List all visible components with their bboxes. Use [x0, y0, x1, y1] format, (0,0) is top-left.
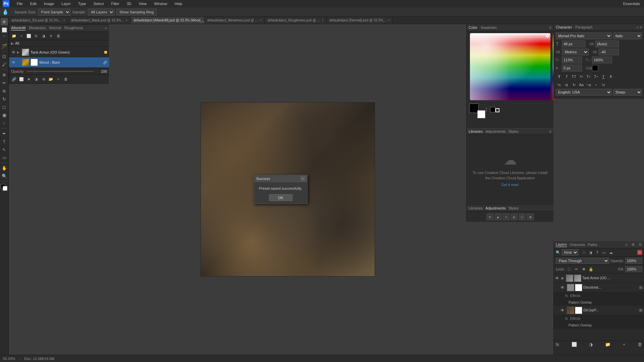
layer-expand-0[interactable]: ▶	[17, 51, 20, 54]
glyphs-btn[interactable]: ½	[600, 81, 607, 88]
brush-tool[interactable]: ✏	[1, 79, 8, 86]
libs-tab-adjustments[interactable]: Adjustments	[485, 129, 506, 133]
colorbalance-icon[interactable]: ⊕	[527, 214, 534, 220]
scale-h-field[interactable]	[592, 57, 612, 63]
move-tool[interactable]: ✥	[1, 18, 8, 25]
rl-vis-0[interactable]: 👁	[555, 276, 560, 281]
opacity-field-rl[interactable]	[625, 258, 642, 264]
eyedropper-tool[interactable]: 💧	[2, 9, 9, 15]
font-family-dropdown[interactable]: Myriad Pro Italic	[556, 33, 612, 39]
hand-tool[interactable]: ✋	[1, 164, 8, 172]
shape-tool[interactable]: ▭	[1, 154, 8, 161]
curves-icon[interactable]: ∿	[503, 214, 509, 220]
select-rect-tool[interactable]: ⬜	[1, 26, 8, 34]
tab-close-5[interactable]: ×	[388, 18, 390, 22]
rl-smart-filter[interactable]: ☁	[608, 249, 614, 255]
adj-tab-styles[interactable]: Styles	[508, 206, 519, 210]
rl-new-btn[interactable]: +	[623, 342, 626, 347]
levels-icon[interactable]: ▲	[495, 214, 501, 220]
tab-close-4[interactable]: ×	[322, 18, 324, 22]
show-sampling-ring-btn[interactable]: Show Sampling Ring	[116, 9, 157, 15]
char-tab-character[interactable]: Character	[556, 25, 572, 29]
fill-btn[interactable]: ◑	[41, 33, 47, 39]
rl-tab-layers[interactable]: Layers	[556, 242, 567, 247]
mask-btn[interactable]: ⬜	[26, 33, 32, 39]
subscript-btn[interactable]: T+	[593, 73, 599, 80]
rl-adj-filter[interactable]: ◑	[588, 249, 594, 255]
libs-menu-btn[interactable]: ≡	[549, 129, 551, 133]
layer-vis-0[interactable]: 👁	[11, 50, 16, 55]
lock-image-btn[interactable]: ✏	[573, 266, 579, 272]
rl-filter-toggle[interactable]: ○	[637, 250, 642, 255]
rl-pixel-filter[interactable]: □	[581, 249, 587, 255]
libs-tab-libraries[interactable]: Libraries	[469, 129, 483, 133]
discretionary-btn[interactable]: ÷	[593, 81, 599, 88]
underline-btn[interactable]: T	[600, 73, 607, 80]
rl-trash-btn[interactable]: 🗑	[638, 342, 642, 347]
sample-size-dropdown[interactable]: Point Sample	[38, 9, 70, 15]
tab-5[interactable]: defaultobject [Normal].psd @ 33.3%... ×	[327, 17, 393, 24]
gradient-tool[interactable]: ▣	[1, 111, 8, 119]
char-tab-paragraph[interactable]: Paragraph	[575, 25, 592, 29]
rl-type-filter[interactable]: T	[594, 249, 600, 255]
menu-3d[interactable]: 3D	[125, 1, 133, 6]
smallcaps-btn[interactable]: Tᴛ	[578, 73, 585, 80]
rl-layer-dirt[interactable]: 👁 Dirt [xpP... fx	[554, 306, 644, 315]
rl-tab-paths[interactable]: Paths	[588, 242, 597, 247]
mini-tab-roughness[interactable]: Roughness	[64, 25, 83, 31]
menu-type[interactable]: Type	[77, 1, 88, 6]
mini-tab-normal[interactable]: Normal	[49, 25, 61, 31]
superscript-btn[interactable]: T+	[585, 73, 592, 80]
rl-menu-btn[interactable]: ≡	[626, 243, 628, 247]
menu-file[interactable]: File	[15, 1, 24, 6]
dialog-close-button[interactable]: ×	[301, 176, 305, 181]
scale-v-field[interactable]	[562, 57, 582, 63]
rl-vis-1[interactable]: 👁	[560, 285, 566, 290]
brightness-icon[interactable]: ☀	[487, 214, 493, 220]
menu-view[interactable]: View	[138, 1, 148, 6]
menu-select[interactable]: Select	[92, 1, 105, 6]
adj-btn[interactable]: ⊕	[41, 76, 47, 82]
add-layer-btn[interactable]: +	[18, 33, 24, 39]
swatch-container[interactable]	[469, 104, 483, 116]
rl-layer-discolorat[interactable]: 👁 Discolorat... fx	[554, 283, 644, 292]
kerning-field[interactable]	[599, 49, 619, 55]
opacity-slider[interactable]	[27, 71, 94, 72]
dialog-ok-button[interactable]: OK	[269, 194, 292, 201]
rl-filter-kind[interactable]: Kind	[562, 249, 578, 255]
rl-mask-add-btn[interactable]: ⬜	[572, 342, 577, 347]
menu-help[interactable]: Help	[173, 1, 184, 6]
adj-tab-libraries[interactable]: Libraries	[469, 206, 483, 210]
fill-field-rl[interactable]	[625, 266, 642, 272]
lock-position-btn[interactable]: ✥	[581, 266, 587, 272]
tab-close-0[interactable]: ×	[63, 18, 65, 22]
color-tab-color[interactable]: Color	[469, 25, 477, 29]
quick-select-tool[interactable]: 🪄	[1, 42, 8, 50]
style-btn[interactable]: ★	[26, 76, 32, 82]
eraser-tool[interactable]: ◻	[1, 103, 8, 111]
mini-tab-metalness[interactable]: Metalness	[29, 25, 46, 31]
ordinal-btn[interactable]: st	[563, 81, 570, 88]
tracking-method[interactable]: Metrics	[562, 49, 589, 55]
new-group-btn[interactable]: 📁	[11, 33, 17, 39]
tab-close-3[interactable]: ×	[260, 18, 262, 22]
swap-colors-btn[interactable]	[495, 108, 499, 112]
zoom-tool[interactable]: 🔍	[1, 172, 8, 180]
char-collapse-btn[interactable]: «	[636, 25, 638, 29]
crop-tool[interactable]: ⊡	[1, 53, 8, 60]
layer-vis-1[interactable]: 👁	[11, 60, 16, 65]
eyedropper-tool-left[interactable]: 🖊	[1, 61, 8, 68]
rl-fx-add-btn[interactable]: fx	[556, 342, 559, 347]
color-spectrum-area[interactable]	[470, 33, 550, 100]
leading-field[interactable]	[595, 41, 619, 47]
dodge-tool[interactable]: ○	[1, 119, 8, 127]
lock-transparent-btn[interactable]: □	[566, 266, 572, 272]
tab-2[interactable]: defaultobject [AlbedoM].psd @ 33.3% (Woo…	[131, 17, 205, 24]
fx-btn[interactable]: fx	[33, 33, 39, 39]
spot-heal-tool[interactable]: ⊕	[1, 71, 8, 78]
filter-all-label[interactable]: All	[15, 41, 19, 45]
rl-tab-channels[interactable]: Channels	[570, 242, 585, 247]
mask-btn-bottom[interactable]: ⬜	[18, 76, 24, 82]
sample-dropdown[interactable]: All Layers	[88, 9, 114, 15]
strikethrough-btn[interactable]: T	[607, 73, 614, 80]
